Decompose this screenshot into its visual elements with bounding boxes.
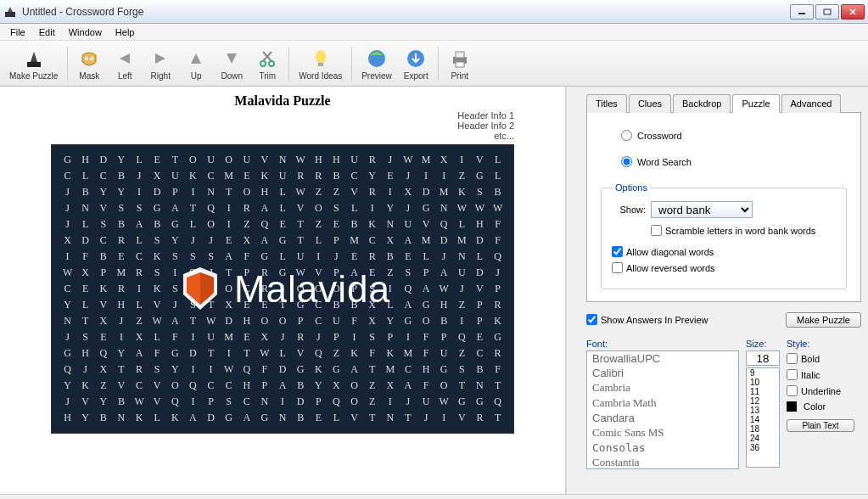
font-option[interactable]: Cambria Math [587, 395, 738, 411]
show-answers-checkbox[interactable] [586, 314, 597, 325]
plain-text-button[interactable]: Plain Text [787, 419, 854, 432]
font-option[interactable]: Constantia [587, 455, 738, 469]
reversed-checkbox[interactable] [612, 262, 623, 273]
grid-cell: Z [328, 345, 345, 362]
grid-cell: Q [184, 378, 202, 394]
tab-advanced[interactable]: Advanced [781, 94, 842, 113]
color-swatch[interactable] [787, 401, 797, 412]
grid-cell: V [148, 394, 166, 410]
font-option[interactable]: BrowalliaUPC [587, 351, 738, 366]
print-icon [448, 47, 472, 70]
maximize-button[interactable] [815, 4, 839, 20]
grid-cell: F [238, 249, 255, 265]
grid-cell: O [238, 184, 255, 200]
grid-cell: A [166, 200, 184, 216]
minimize-button[interactable] [790, 4, 814, 20]
grid-cell: M [220, 329, 238, 345]
font-section: Font: BrowalliaUPCCalibriCambriaCambria … [586, 339, 861, 469]
show-select[interactable]: word bank [651, 201, 753, 218]
crossword-label: Crossword [637, 131, 682, 141]
size-option[interactable]: 12 [747, 396, 779, 406]
tab-puzzle[interactable]: Puzzle [732, 94, 779, 113]
grid-cell: X [363, 297, 381, 313]
preview-button[interactable]: Preview [356, 45, 397, 82]
preview-scrollbar[interactable] [566, 87, 580, 494]
grid-cell: G [417, 200, 435, 216]
size-option[interactable]: 13 [747, 406, 779, 415]
grid-cell: R [292, 329, 310, 345]
left-button[interactable]: Left [108, 45, 142, 82]
size-input[interactable] [746, 350, 780, 366]
bold-checkbox[interactable] [787, 353, 798, 364]
tab-backdrop[interactable]: Backdrop [673, 94, 731, 113]
grid-cell: T [363, 410, 381, 426]
grid-cell: B [292, 410, 310, 426]
menu-file[interactable]: File [3, 25, 32, 39]
grid-cell: P [471, 297, 489, 313]
font-option[interactable]: Candara [587, 411, 738, 425]
italic-checkbox[interactable] [787, 369, 798, 380]
wordsearch-radio[interactable] [621, 156, 632, 167]
close-button[interactable] [841, 4, 865, 20]
right-button[interactable]: Right [143, 45, 177, 82]
grid-cell: D [292, 394, 310, 410]
size-option[interactable]: 24 [747, 434, 779, 443]
font-list[interactable]: BrowalliaUPCCalibriCambriaCambria MathCa… [586, 350, 739, 469]
size-option[interactable]: 18 [747, 424, 779, 434]
grid-cell: E [310, 410, 328, 426]
grid-cell: A [255, 233, 273, 249]
font-option[interactable]: Consolas [587, 440, 738, 455]
size-option[interactable]: 11 [747, 387, 779, 396]
menu-edit[interactable]: Edit [32, 25, 62, 39]
svg-point-7 [90, 57, 93, 60]
size-option[interactable]: 14 [747, 415, 779, 424]
size-option[interactable]: 10 [747, 378, 779, 387]
grid-cell: B [435, 313, 453, 329]
grid-cell: S [184, 249, 202, 265]
grid-cell: H [238, 313, 255, 329]
menu-help[interactable]: Help [109, 25, 142, 39]
crossword-radio[interactable] [621, 130, 632, 141]
grid-cell: P [417, 265, 435, 281]
grid-cell: W [435, 394, 453, 410]
size-list[interactable]: 91011121314182436 [746, 367, 780, 468]
size-option[interactable]: 36 [747, 443, 779, 452]
size-option[interactable]: 9 [747, 368, 779, 378]
grid-cell: A [417, 281, 435, 297]
font-option[interactable]: Comic Sans MS [587, 425, 738, 440]
diagonal-checkbox[interactable] [612, 246, 623, 257]
tab-titles[interactable]: Titles [586, 94, 627, 113]
grid-cell: L [76, 297, 94, 313]
grid-cell: U [238, 152, 255, 168]
font-option[interactable]: Calibri [587, 366, 738, 380]
grid-cell: V [148, 297, 166, 313]
grid-cell: Q [292, 281, 310, 297]
grid-cell: K [381, 345, 399, 362]
underline-checkbox[interactable] [787, 385, 798, 396]
tab-clues[interactable]: Clues [629, 94, 671, 113]
print-button[interactable]: Print [443, 45, 477, 82]
grid-cell: A [166, 313, 184, 329]
menu-window[interactable]: Window [62, 25, 109, 39]
grid-cell: A [131, 345, 148, 362]
mask-button[interactable]: Mask [72, 45, 106, 82]
grid-cell: F [166, 329, 184, 345]
trim-button[interactable]: Trim [250, 45, 284, 82]
grid-cell: W [131, 394, 148, 410]
grid-cell: K [166, 410, 184, 426]
up-button[interactable]: Up [179, 45, 213, 82]
make-puzzle-button[interactable]: Make Puzzle [786, 312, 861, 328]
font-option[interactable]: Cambria [587, 380, 738, 395]
export-button[interactable]: Export [399, 45, 434, 82]
grid-cell: M [112, 265, 130, 281]
down-button[interactable]: Down [215, 45, 249, 82]
preview-pane: Malavida Puzzle Header Info 1Header Info… [0, 87, 566, 494]
grid-cell: R [131, 362, 148, 378]
word-ideas-button[interactable]: Word Ideas [294, 45, 347, 82]
scramble-checkbox[interactable] [651, 225, 662, 236]
grid-cell: P [381, 329, 399, 345]
make-puzzle-button[interactable]: Make Puzzle [4, 45, 63, 82]
grid-cell: V [453, 410, 471, 426]
grid-cell: Y [94, 394, 112, 410]
grid-cell: Z [94, 378, 112, 394]
